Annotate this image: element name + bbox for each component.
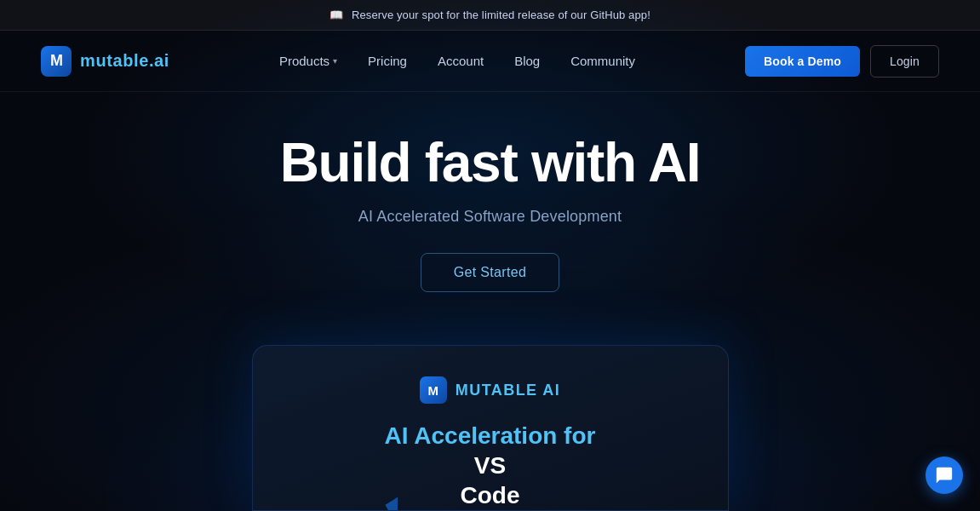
nav-item-blog[interactable]: Blog: [514, 54, 540, 68]
preview-logo: M MUTABLE AI: [420, 376, 560, 404]
preview-card: M MUTABLE AI AI Acceleration for VS Code: [252, 345, 729, 511]
hero-subtitle: AI Accelerated Software Development: [358, 208, 622, 226]
chevron-down-icon: ▾: [333, 56, 337, 66]
logo-icon: M: [41, 46, 72, 77]
login-button[interactable]: Login: [870, 45, 939, 78]
header-actions: Book a Demo Login: [745, 45, 939, 78]
chat-bubble-button[interactable]: [926, 456, 963, 494]
arc-decoration: [252, 357, 398, 511]
hero-section: Build fast with AI AI Accelerated Softwa…: [0, 92, 980, 292]
book-demo-button[interactable]: Book a Demo: [745, 46, 860, 77]
hero-title: Build fast with AI: [280, 133, 701, 192]
preview-headline: AI Acceleration for VS Code: [385, 421, 596, 510]
get-started-button[interactable]: Get Started: [421, 253, 559, 292]
chat-icon: [935, 466, 954, 485]
logo-text: mutable.ai: [80, 51, 169, 71]
logo[interactable]: M mutable.ai: [41, 46, 169, 77]
nav-item-community[interactable]: Community: [570, 54, 635, 68]
header: M mutable.ai Products ▾ Pricing Account …: [0, 31, 980, 92]
nav-item-account[interactable]: Account: [438, 54, 484, 68]
nav-item-pricing[interactable]: Pricing: [368, 54, 407, 68]
announcement-bar: 📖 Reserve your spot for the limited rele…: [0, 0, 980, 31]
preview-logo-text: MUTABLE AI: [456, 382, 560, 399]
main-nav: Products ▾ Pricing Account Blog Communit…: [279, 54, 635, 68]
announcement-text: Reserve your spot for the limited releas…: [352, 9, 650, 21]
preview-logo-icon: M: [420, 376, 447, 404]
book-icon: 📖: [330, 9, 343, 21]
nav-item-products[interactable]: Products ▾: [279, 54, 337, 68]
